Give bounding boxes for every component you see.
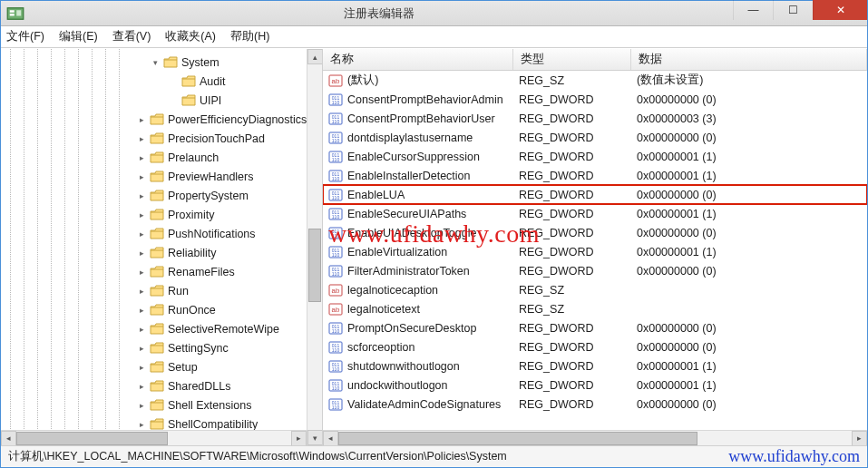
tree-item[interactable]: PowerEfficiencyDiagnostics (5, 110, 322, 129)
list-scrollbar-horizontal[interactable]: ◂ ▸ (323, 430, 867, 445)
statusbar: 计算机\HKEY_LOCAL_MACHINE\SOFTWARE\Microsof… (1, 445, 867, 467)
chevron-right-icon[interactable] (136, 400, 147, 411)
list-row[interactable]: ablegalnoticecaptionREG_SZ (323, 280, 867, 299)
tree-item[interactable]: Reliability (5, 243, 322, 262)
tree-item-label: Run (168, 285, 189, 297)
list-row[interactable]: 011110EnableUIADesktopToggleREG_DWORD0x0… (323, 223, 867, 242)
tree-item[interactable]: PreviewHandlers (5, 167, 322, 186)
svg-rect-2 (10, 14, 15, 16)
tree-item[interactable]: PushNotifications (5, 224, 322, 243)
list-row[interactable]: 011110EnableCursorSuppressionREG_DWORD0x… (323, 147, 867, 166)
list-row[interactable]: 011110FilterAdministratorTokenREG_DWORD0… (323, 261, 867, 280)
minimize-button[interactable]: — (733, 0, 773, 20)
folder-icon (150, 113, 164, 126)
tree-item[interactable]: SelectiveRemoteWipe (5, 319, 322, 338)
chevron-right-icon[interactable] (136, 343, 147, 354)
chevron-right-icon[interactable] (136, 248, 147, 258)
tree-item[interactable]: RenameFiles (5, 262, 322, 281)
list-row[interactable]: 011110EnableSecureUIAPathsREG_DWORD0x000… (323, 204, 867, 223)
tree-item[interactable]: System (5, 53, 322, 72)
tree-item[interactable]: PropertySystem (5, 186, 322, 205)
menu-view[interactable]: 查看(V) (112, 29, 151, 44)
menu-favorites[interactable]: 收藏夹(A) (165, 29, 216, 44)
list-row[interactable]: 011110shutdownwithoutlogonREG_DWORD0x000… (323, 356, 867, 375)
svg-text:110: 110 (332, 138, 340, 143)
list-row[interactable]: ablegalnoticetextREG_SZ (323, 299, 867, 318)
tree-item-label: Setup (168, 361, 198, 374)
list-header[interactable]: 名称 类型 数据 (323, 49, 867, 71)
list-row[interactable]: 011110ValidateAdminCodeSignaturesREG_DWO… (323, 395, 867, 414)
list-row[interactable]: 011110PromptOnSecureDesktopREG_DWORD0x00… (323, 318, 867, 337)
dword-value-icon: 011110 (328, 340, 343, 355)
tree-scrollbar-horizontal[interactable]: ◂ ▸ (1, 430, 307, 445)
svg-text:110: 110 (332, 233, 340, 239)
tree-scrollbar-vertical[interactable]: ▴ ▾ (307, 49, 322, 445)
chevron-right-icon[interactable] (136, 171, 147, 182)
tree-item[interactable]: Proximity (5, 205, 322, 224)
chevron-right-icon[interactable] (136, 286, 147, 297)
menu-help[interactable]: 帮助(H) (230, 29, 269, 44)
list-row[interactable]: ab(默认)REG_SZ(数值未设置) (323, 71, 867, 90)
value-type: REG_DWORD (513, 112, 631, 125)
list-row[interactable]: 011110EnableVirtualizationREG_DWORD0x000… (323, 242, 867, 261)
column-type[interactable]: 类型 (513, 49, 631, 70)
chevron-right-icon[interactable] (136, 152, 147, 163)
list-body[interactable]: ab(默认)REG_SZ(数值未设置)011110ConsentPromptBe… (323, 71, 867, 430)
chevron-right-icon[interactable] (136, 305, 147, 316)
tree-item[interactable]: PrecisionTouchPad (5, 129, 322, 148)
tree-item[interactable]: UIPI (5, 91, 322, 110)
chevron-down-icon[interactable] (150, 57, 161, 68)
tree-item[interactable]: Setup (5, 357, 322, 376)
chevron-right-icon[interactable] (136, 229, 147, 239)
value-type: REG_SZ (513, 284, 631, 297)
chevron-right-icon[interactable] (136, 267, 147, 278)
scroll-right-icon[interactable]: ▸ (852, 431, 867, 446)
list-row[interactable]: 011110ConsentPromptBehaviorAdminREG_DWOR… (323, 90, 867, 109)
value-name: EnableInstallerDetection (347, 170, 471, 182)
dword-value-icon: 011110 (328, 150, 343, 164)
folder-icon (150, 266, 164, 278)
tree-pane[interactable]: SystemAuditUIPIPowerEfficiencyDiagnostic… (1, 49, 323, 445)
tree-item[interactable]: Run (5, 281, 322, 300)
folder-icon (181, 94, 196, 107)
menu-edit[interactable]: 编辑(E) (59, 29, 98, 44)
tree-item[interactable]: Prelaunch (5, 148, 322, 167)
column-name[interactable]: 名称 (323, 49, 513, 70)
list-row[interactable]: 011110dontdisplaylastusernameREG_DWORD0x… (323, 128, 867, 147)
chevron-right-icon[interactable] (136, 190, 147, 201)
chevron-right-icon[interactable] (136, 381, 147, 392)
scroll-left-icon[interactable]: ◂ (323, 431, 338, 446)
list-pane[interactable]: 名称 类型 数据 ab(默认)REG_SZ(数值未设置)011110Consen… (323, 49, 867, 445)
svg-text:110: 110 (332, 328, 340, 334)
list-row[interactable]: 011110EnableLUAREG_DWORD0x00000000 (0) (323, 185, 867, 204)
tree-item[interactable]: SharedDLLs (5, 376, 322, 395)
tree-item[interactable]: SettingSync (5, 338, 322, 357)
list-row[interactable]: 011110EnableInstallerDetectionREG_DWORD0… (323, 166, 867, 185)
menu-file[interactable]: 文件(F) (6, 29, 44, 44)
close-button[interactable]: ✕ (813, 0, 867, 20)
list-row[interactable]: 011110ConsentPromptBehaviorUserREG_DWORD… (323, 109, 867, 128)
tree-item[interactable]: RunOnce (5, 300, 322, 319)
chevron-right-icon[interactable] (136, 133, 147, 144)
chevron-right-icon[interactable] (136, 419, 147, 430)
chevron-right-icon[interactable] (136, 210, 147, 220)
value-data: 0x00000001 (1) (631, 246, 867, 258)
scroll-right-icon[interactable]: ▸ (291, 431, 307, 446)
titlebar[interactable]: 注册表编辑器 — ☐ ✕ (1, 1, 867, 26)
folder-icon (150, 304, 164, 317)
list-row[interactable]: 011110undockwithoutlogonREG_DWORD0x00000… (323, 375, 867, 395)
folder-icon (150, 151, 164, 164)
chevron-right-icon[interactable] (136, 114, 147, 125)
column-data[interactable]: 数据 (631, 49, 867, 70)
value-data: 0x00000000 (0) (631, 227, 867, 239)
chevron-right-icon[interactable] (136, 324, 147, 335)
tree-item[interactable]: Shell Extensions (5, 395, 322, 414)
tree-item[interactable]: Audit (5, 72, 322, 91)
scroll-down-icon[interactable]: ▾ (307, 430, 323, 445)
scroll-up-icon[interactable]: ▴ (307, 49, 323, 64)
list-row[interactable]: 011110scforceoptionREG_DWORD0x00000000 (… (323, 337, 867, 356)
maximize-button[interactable]: ☐ (773, 0, 813, 20)
scroll-left-icon[interactable]: ◂ (1, 431, 16, 446)
folder-icon (150, 132, 164, 145)
chevron-right-icon[interactable] (136, 362, 147, 373)
